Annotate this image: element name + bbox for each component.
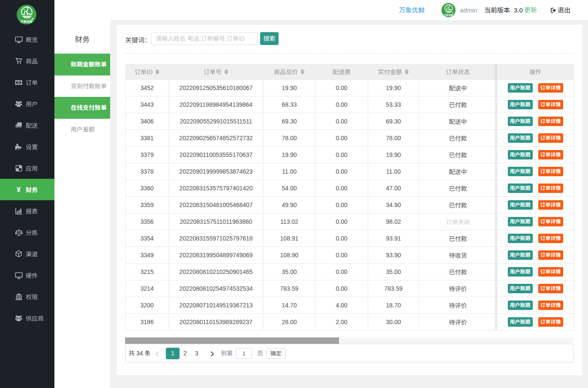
svg-text:万象优鲜: 万象优鲜	[21, 19, 33, 24]
svg-text:万象优鲜: 万象优鲜	[444, 13, 453, 16]
